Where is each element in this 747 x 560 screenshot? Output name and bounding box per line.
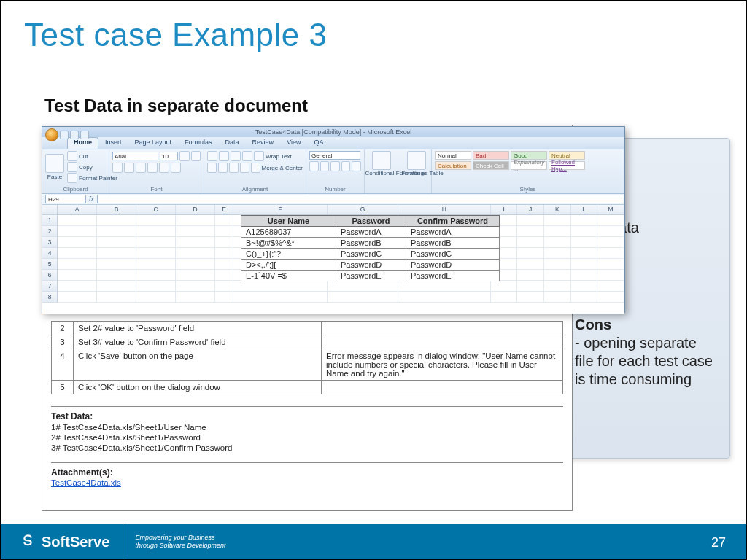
tab-page-layout[interactable]: Page Layout xyxy=(128,137,179,149)
ribbon-group-alignment: Wrap Text Merge & Center Alignment xyxy=(204,149,306,193)
align-center-icon[interactable] xyxy=(218,163,228,173)
ribbon-group-font: Arial 10 Font xyxy=(109,149,204,193)
name-box[interactable]: H29 xyxy=(45,195,86,203)
row-header[interactable]: 6 xyxy=(42,270,58,281)
row-header[interactable]: 4 xyxy=(42,248,58,259)
qat-undo-icon[interactable] xyxy=(70,131,79,139)
slide: Test case Example 3 Test Data in separat… xyxy=(0,0,747,560)
align-left-icon[interactable] xyxy=(207,163,217,173)
qat-redo-icon[interactable] xyxy=(80,131,89,139)
col-header[interactable]: K xyxy=(544,205,571,214)
spreadsheet-data-table: User Name Password Confirm Password A125… xyxy=(241,215,500,281)
align-top-icon[interactable] xyxy=(207,151,217,161)
row-header[interactable]: 3 xyxy=(42,237,58,248)
slide-subtitle: Test Data in separate document xyxy=(44,96,308,116)
row-header[interactable]: 2 xyxy=(42,226,58,237)
tab-formulas[interactable]: Formulas xyxy=(178,137,219,149)
qat-save-icon[interactable] xyxy=(60,131,69,139)
col-header[interactable]: L xyxy=(571,205,598,214)
col-header[interactable]: D xyxy=(176,205,215,214)
underline-icon[interactable] xyxy=(136,163,146,173)
style-explanatory[interactable]: Explanatory ... xyxy=(511,161,547,170)
ribbon-group-styles: Normal Bad Good Neutral Calculation Chec… xyxy=(432,149,624,193)
indent-dec-icon[interactable] xyxy=(240,163,249,173)
tab-qa[interactable]: QA xyxy=(307,137,330,149)
excel-window: TestCase4Data [Compatibility Mode] - Mic… xyxy=(42,126,625,313)
col-password[interactable]: Password xyxy=(336,216,406,227)
ribbon-group-number: General Number xyxy=(306,149,365,193)
tab-data[interactable]: Data xyxy=(219,137,246,149)
inc-decimal-icon[interactable] xyxy=(341,161,351,171)
comma-icon[interactable] xyxy=(330,161,340,171)
softserve-icon xyxy=(20,534,36,550)
attachment-link[interactable]: TestCase4Data.xls xyxy=(51,478,121,487)
paste-icon[interactable] xyxy=(45,154,64,173)
col-header[interactable]: C xyxy=(136,205,176,214)
tab-insert[interactable]: Insert xyxy=(98,137,128,149)
border-icon[interactable] xyxy=(147,163,158,173)
formula-input[interactable] xyxy=(97,195,624,203)
align-right-icon[interactable] xyxy=(229,163,239,173)
brand-tagline: Empowering your Business through Softwar… xyxy=(123,534,225,550)
col-header[interactable]: F xyxy=(233,205,328,214)
quick-access-toolbar xyxy=(45,128,89,141)
slide-footer: SoftServe Empowering your Business throu… xyxy=(1,524,746,559)
col-header[interactable]: J xyxy=(517,205,544,214)
col-confirm-password[interactable]: Confirm Password xyxy=(406,216,500,227)
font-size-select[interactable]: 10 xyxy=(160,152,178,160)
row-header[interactable]: 8 xyxy=(42,292,58,303)
conditional-formatting-icon[interactable] xyxy=(372,151,391,170)
row-header[interactable]: 5 xyxy=(42,259,58,270)
percent-icon[interactable] xyxy=(320,161,330,171)
tab-view[interactable]: View xyxy=(280,137,307,149)
style-normal[interactable]: Normal xyxy=(435,151,471,160)
format-painter-icon[interactable] xyxy=(67,173,77,183)
test-data-line: 3# TestCase4Data.xls/Sheet1/Confirm Pass… xyxy=(51,443,563,452)
col-header[interactable]: M xyxy=(597,205,624,214)
align-bottom-icon[interactable] xyxy=(231,151,241,161)
cut-icon[interactable] xyxy=(67,151,77,161)
currency-icon[interactable] xyxy=(309,161,319,171)
select-all-corner[interactable] xyxy=(42,205,58,214)
italic-icon[interactable] xyxy=(124,163,134,173)
col-header[interactable]: E xyxy=(215,205,233,214)
font-color-icon[interactable] xyxy=(171,163,181,173)
table-row: 3Set 3# value to 'Confirm Password' fiel… xyxy=(52,335,563,349)
fx-icon[interactable]: fx xyxy=(89,195,94,203)
col-header[interactable]: H xyxy=(398,205,491,214)
ribbon-group-styles-buttons: Conditional Formatting Format as Table xyxy=(365,149,432,193)
style-calculation[interactable]: Calculation xyxy=(435,161,471,170)
wrap-text-icon[interactable] xyxy=(254,151,264,161)
spreadsheet-grid[interactable]: A B C D E F G H I J K L M 1 2 3 4 5 xyxy=(42,205,624,314)
style-followed-hyp[interactable]: Followed Hyp... xyxy=(549,161,585,170)
style-bad[interactable]: Bad xyxy=(473,151,509,160)
col-header[interactable]: G xyxy=(328,205,398,214)
office-button-icon[interactable] xyxy=(45,128,58,141)
table-row: 5Click 'OK' button on the dialog window xyxy=(52,381,563,394)
bold-icon[interactable] xyxy=(112,163,123,173)
test-data-line: 2# TestCase4Data.xls/Sheet1/Password xyxy=(51,433,563,442)
shrink-font-icon[interactable] xyxy=(191,151,201,161)
dec-decimal-icon[interactable] xyxy=(352,161,361,171)
style-check-cell[interactable]: Check Cell xyxy=(473,161,509,170)
tab-review[interactable]: Review xyxy=(246,137,281,149)
merge-icon[interactable] xyxy=(251,163,260,173)
copy-icon[interactable] xyxy=(67,162,77,172)
excel-titlebar: TestCase4Data [Compatibility Mode] - Mic… xyxy=(42,127,624,137)
row-header[interactable]: 1 xyxy=(42,215,58,226)
col-header[interactable]: B xyxy=(97,205,136,214)
ribbon-tabs: Home Insert Page Layout Formulas Data Re… xyxy=(42,137,624,149)
col-header[interactable]: I xyxy=(491,205,518,214)
col-user-name[interactable]: User Name xyxy=(241,216,336,227)
orientation-icon[interactable] xyxy=(242,151,252,161)
fill-color-icon[interactable] xyxy=(159,163,169,173)
font-name-select[interactable]: Arial xyxy=(112,152,158,160)
cons-heading: Cons xyxy=(575,316,718,334)
format-as-table-icon[interactable] xyxy=(407,151,426,170)
number-format-select[interactable]: General xyxy=(309,151,360,160)
grow-font-icon[interactable] xyxy=(179,151,189,161)
row-header[interactable]: 7 xyxy=(42,281,58,292)
align-middle-icon[interactable] xyxy=(219,151,229,161)
page-number: 27 xyxy=(711,535,726,551)
col-header[interactable]: A xyxy=(58,205,97,214)
